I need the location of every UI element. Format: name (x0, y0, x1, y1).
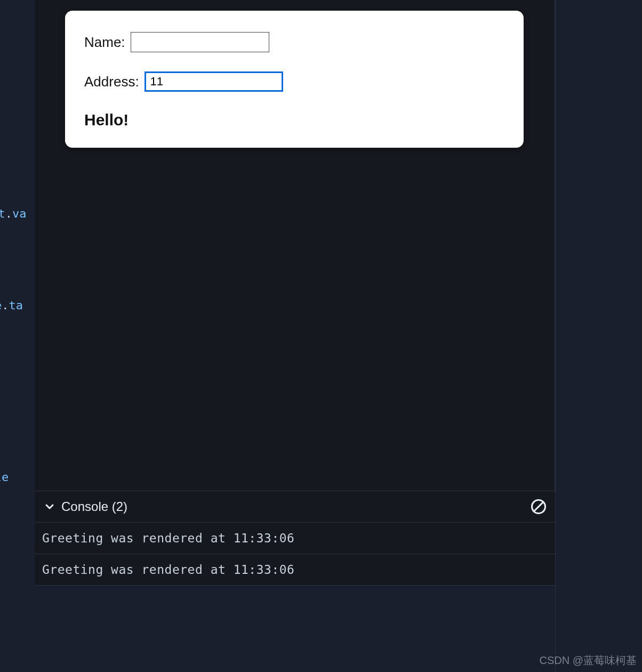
console-log-row: Greeting was rendered at 11:33:06 (35, 523, 555, 554)
address-label: Address: (84, 74, 139, 90)
console-title: Console (2) (61, 499, 127, 514)
clear-console-icon[interactable] (531, 499, 547, 515)
form-card: Name: Address: Hello! (65, 11, 524, 148)
address-row: Address: (84, 71, 504, 92)
console-header[interactable]: Console (2) (35, 491, 555, 523)
name-input[interactable] (131, 32, 269, 52)
chevron-down-icon (43, 500, 56, 513)
watermark: CSDN @蓝莓味柯基 (539, 653, 637, 668)
greeting-text: Hello! (84, 111, 504, 129)
name-row: Name: (84, 32, 504, 52)
svg-line-1 (534, 502, 543, 511)
code-fragment: ocale (0, 470, 9, 484)
code-fragment: get.va (0, 207, 27, 220)
address-input[interactable] (145, 71, 283, 92)
console-log-row: Greeting was rendered at 11:33:06 (35, 554, 555, 586)
console-header-left: Console (2) (43, 499, 127, 514)
name-label: Name: (84, 34, 125, 51)
code-fragment: e.ta (0, 299, 23, 312)
right-edge-panel (555, 0, 642, 672)
preview-panel: Name: Address: Hello! (35, 0, 555, 491)
code-editor-sidebar: get.va e.ta ocale (0, 0, 35, 672)
console-panel: Console (2) Greeting was rendered at 11:… (35, 491, 555, 586)
